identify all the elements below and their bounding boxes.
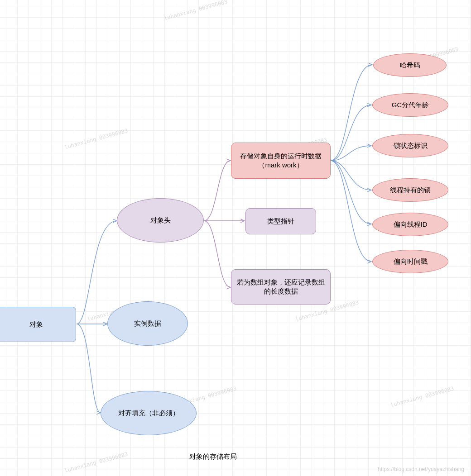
node-markword: 存储对象自身的运行时数据（mark work） (231, 143, 331, 179)
node-threadlock-label: 线程持有的锁 (390, 186, 431, 195)
node-gcage: GC分代年龄 (372, 93, 448, 117)
node-header-label: 对象头 (150, 216, 171, 225)
node-gcage-label: GC分代年龄 (392, 100, 429, 109)
edge-object-header (77, 221, 117, 324)
node-typeptr: 类型指针 (245, 208, 316, 234)
node-threadlock: 线程持有的锁 (372, 178, 448, 202)
edge-object-padding (77, 324, 101, 413)
diagram-caption: 对象的存储布局 (189, 452, 237, 461)
node-hashcode-label: 哈希码 (400, 61, 420, 70)
node-biasedts-label: 偏向时间戳 (394, 257, 428, 266)
edge-markword-biasedid (331, 161, 371, 224)
node-header: 对象头 (117, 198, 204, 243)
node-padding: 对齐填充（非必须） (101, 391, 197, 435)
node-biasedts: 偏向时间戳 (372, 250, 448, 273)
node-instance-label: 实例数据 (134, 319, 161, 328)
node-biasedid: 偏向线程ID (372, 213, 448, 236)
node-markword-label: 存储对象自身的运行时数据（mark work） (236, 152, 326, 170)
edge-markword-biasedts (331, 161, 371, 262)
node-object: 对象 (0, 307, 76, 342)
footer-watermark: https://blog.csdn.net/yuayazhishang (378, 466, 464, 472)
node-object-label: 对象 (29, 320, 43, 329)
node-arraylen-label: 若为数组对象，还应记录数组的长度数据 (236, 278, 326, 296)
node-typeptr-label: 类型指针 (267, 217, 294, 226)
node-padding-label: 对齐填充（非必须） (118, 409, 179, 418)
node-hashcode: 哈希码 (373, 53, 447, 77)
node-instance: 实例数据 (107, 301, 188, 346)
node-lockflag-label: 锁状态标识 (394, 141, 428, 150)
node-biasedid-label: 偏向线程ID (394, 220, 428, 229)
node-arraylen: 若为数组对象，还应记录数组的长度数据 (231, 269, 331, 305)
node-lockflag: 锁状态标识 (372, 134, 448, 157)
edge-header-arraylen (204, 221, 231, 287)
edge-header-markword (204, 161, 231, 221)
